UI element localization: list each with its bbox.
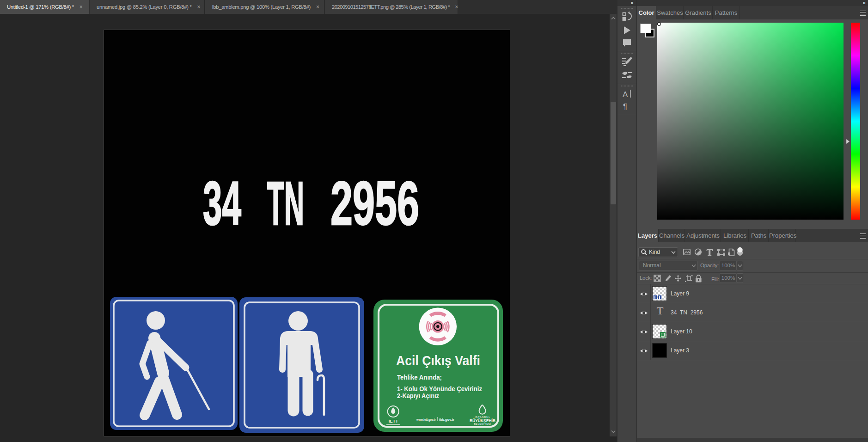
svg-text:BÜYÜKŞEHİR: BÜYÜKŞEHİR xyxy=(470,418,495,423)
svg-text:BELEDİYESİ: BELEDİYESİ xyxy=(474,423,491,425)
svg-text:İETT: İETT xyxy=(389,418,398,424)
svg-text:www.iett.gov.tr: www.iett.gov.tr xyxy=(416,417,436,422)
svg-text:Tehlike Anında;: Tehlike Anında; xyxy=(397,374,442,381)
svg-text:2-Kapıyı Açınız: 2-Kapıyı Açınız xyxy=(397,392,439,399)
svg-text:ibb.gov.tr: ibb.gov.tr xyxy=(439,417,454,422)
svg-text:34: 34 xyxy=(203,169,241,238)
svg-text:¶: ¶ xyxy=(623,102,627,111)
svg-text:Acil Çıkış Valfi: Acil Çıkış Valfi xyxy=(396,353,480,368)
svg-text:TN: TN xyxy=(267,169,304,238)
svg-text:1- Kolu Ok Yönünde Çeviriniz: 1- Kolu Ok Yönünde Çeviriniz xyxy=(397,385,482,393)
svg-text:2956: 2956 xyxy=(330,169,419,238)
svg-text:A: A xyxy=(623,90,628,99)
